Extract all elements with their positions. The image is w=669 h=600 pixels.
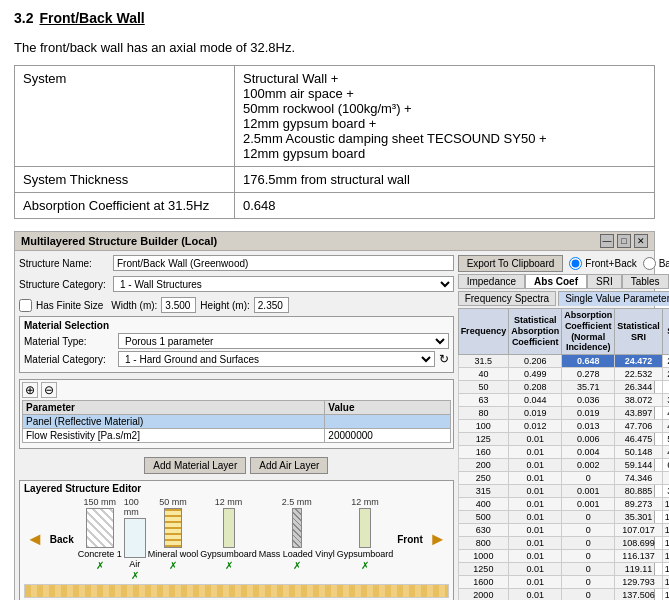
tab-impedance[interactable]: Impedance [458,274,525,288]
table-cell: 108.699 [615,537,663,550]
structure-name-input[interactable] [113,255,454,271]
layer-air-thickness: 100 mm [124,497,146,517]
table-cell: 250 [458,472,509,485]
table-cell: 20.309 [662,368,669,381]
minimize-button[interactable]: — [600,234,614,248]
table-cell: 24.375 [662,355,669,368]
layer-vinyl: 2.5 mm Mass Loaded Vinyl ✗ [259,497,335,571]
data-table-container[interactable]: Frequency StatisticalAbsorptionCoefficie… [458,308,669,600]
table-cell: 0.019 [562,407,615,420]
height-label: Height (m): [200,300,249,311]
add-air-button[interactable]: Add Air Layer [250,457,328,474]
table-cell: 500 [458,511,509,524]
system-label: System [15,66,235,167]
width-input[interactable] [161,297,196,313]
layer-air: 100 mm Air ✗ [124,497,146,581]
layer-gypsum2-label: Gypsumboard [337,549,394,559]
table-cell: 0 [562,524,615,537]
finite-size-checkbox[interactable] [19,299,32,312]
layer-mineral-block[interactable] [164,508,182,548]
export-button[interactable]: Export To Clipboard [458,255,564,272]
intro-text: The front/back wall has an axial mode of… [14,40,655,55]
refresh-icon[interactable]: ↻ [439,352,449,366]
layer-concrete: 150 mm Concrete 1 ✗ [78,497,122,571]
table-cell: 160 [458,446,509,459]
table-row: 400.4990.27822.53220.309 [458,368,669,381]
maximize-button[interactable]: □ [617,234,631,248]
table-cell: 35.301 [615,511,663,524]
width-label: Width (m): [111,300,157,311]
param-cell-flow-value: 20000000 [325,429,450,443]
layer-gypsum2-thickness: 12 mm [351,497,379,507]
table-cell: 38.072 [615,394,663,407]
table-cell: 35.71 [562,381,615,394]
table-cell: 43.897 [615,407,663,420]
close-button[interactable]: ✕ [634,234,648,248]
sub-tab-single-value[interactable]: Single Value Parameters [558,291,669,306]
parameter-table: Parameter Value Panel (Reflective Materi… [22,400,451,443]
add-icon[interactable]: ⊕ [22,382,38,398]
table-cell: 0 [562,472,615,485]
finite-size-row: Has Finite Size Width (m): Height (m): [19,297,454,313]
add-material-button[interactable]: Add Material Layer [144,457,246,474]
app-window: Multilayered Structure Builder (Local) —… [14,231,655,600]
table-cell: 0.278 [562,368,615,381]
structure-category-label: Structure Category: [19,279,109,290]
table-cell: 140.906 [662,563,669,576]
layer-gypsum2-block[interactable] [359,508,371,548]
table-cell: 0.01 [509,524,562,537]
delete-icon[interactable]: ⊖ [41,382,57,398]
material-type-label: Material Type: [24,336,114,347]
table-cell: 0.01 [509,550,562,563]
table-row: 5000.01035.301112.88174 [458,511,669,524]
material-type-select[interactable]: Porous 1 parameter [118,333,449,349]
table-cell: 0.01 [509,537,562,550]
layer-gypsum1-block[interactable] [223,508,235,548]
structure-name-row: Structure Name: [19,255,454,271]
table-cell: 107.017 [615,524,663,537]
layer-concrete-block[interactable] [86,508,114,548]
back-label: Back [48,532,76,547]
height-input[interactable] [254,297,289,313]
left-panel: Structure Name: Structure Category: 1 - … [19,255,454,600]
layer-concrete-check: ✗ [96,560,104,571]
table-cell: 100 [458,420,509,433]
table-cell: 48.431 [662,420,669,433]
radio-front-back-input[interactable] [569,257,582,270]
app-body: Structure Name: Structure Category: 1 - … [15,251,654,600]
tab-abs-coef[interactable]: Abs Coef [525,274,587,288]
table-cell: 0.004 [562,446,615,459]
table-cell: 0.01 [509,446,562,459]
table-cell: 0 [562,511,615,524]
table-cell: 32.447 [662,485,669,498]
table-cell: 26.344 [615,381,663,394]
layer-air-block[interactable] [124,518,146,558]
tab-tables[interactable]: Tables [622,274,669,288]
table-cell: 0.002 [562,459,615,472]
layer-vinyl-block[interactable] [292,508,302,548]
layer-editor: Layered Structure Editor ◄ Back 150 mm C… [19,480,454,600]
layer-vinyl-thickness: 2.5 mm [282,497,312,507]
page-container: 3.2 Front/Back Wall The front/back wall … [0,0,669,600]
table-row: 10000.010116.137140.90678 [458,550,669,563]
param-cell-flow: Flow Resistivity [Pa.s/m2] [23,429,325,443]
radio-back-front-input[interactable] [643,257,656,270]
table-row-absorption: Absorption Coefficient at 31.5Hz 0.648 [15,193,655,219]
table-cell: 140.906 [662,550,669,563]
tab-sri[interactable]: SRI [587,274,622,288]
structure-category-select[interactable]: 1 - Wall Structures [113,276,454,292]
table-cell: 116.137 [615,550,663,563]
table-row: 4000.010.00189.273102.96773 [458,498,669,511]
layer-concrete-label: Concrete 1 [78,549,122,559]
table-cell: 200 [458,459,509,472]
layer-gypsum1-thickness: 12 mm [215,497,243,507]
export-row: Export To Clipboard Front+Back Back→Fron… [458,255,669,272]
table-row: 8000.010108.699128.80576 [458,537,669,550]
sub-tab-frequency-spectra[interactable]: Frequency Spectra [458,291,557,306]
col-stat-abs: StatisticalAbsorptionCoefficient [509,309,562,355]
table-cell: 0.208 [509,381,562,394]
layer-air-label: Air [129,559,140,569]
material-category-select[interactable]: 1 - Hard Ground and Surfaces [118,351,435,367]
table-cell: 0.044 [509,394,562,407]
table-cell: 137.506 [615,589,663,600]
